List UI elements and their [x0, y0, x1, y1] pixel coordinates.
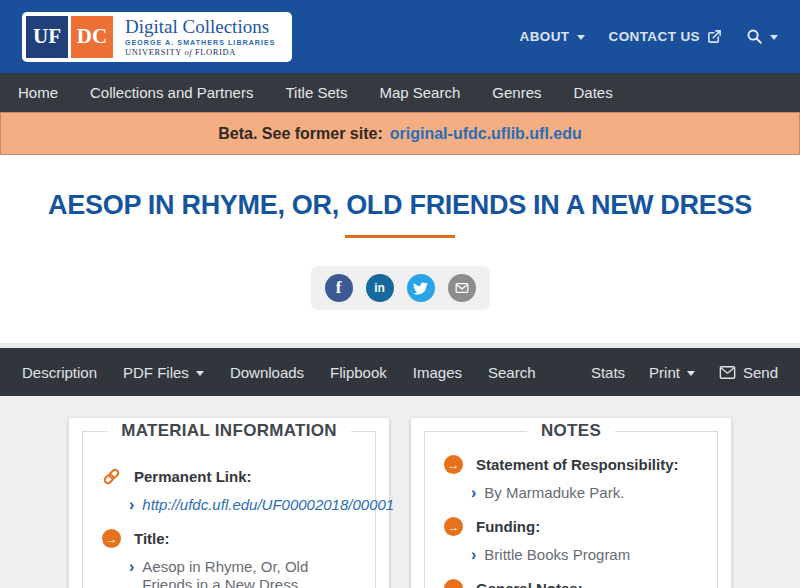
material-information-panel: MATERIAL INFORMATION — [69, 418, 389, 588]
tab-downloads[interactable]: Downloads — [230, 364, 304, 381]
about-menu[interactable]: ABOUT — [520, 29, 585, 44]
external-link-icon — [707, 29, 722, 44]
beta-banner: Beta. See former site: original-ufdc.ufl… — [0, 112, 800, 155]
twitter-share-button[interactable] — [407, 274, 435, 302]
email-share-button[interactable] — [448, 274, 476, 302]
link-icon — [102, 467, 121, 486]
header-menu: ABOUT CONTACT US — [520, 28, 779, 45]
logo-university: UNIVERSITY of FLORIDA — [125, 47, 276, 57]
permanent-link-url[interactable]: http://ufdc.ufl.edu/UF00002018/00001 — [142, 496, 394, 514]
metadata-entry-funding: → Funding: Brittle Books Program — [444, 517, 699, 564]
entry-label: General Notes: — [476, 580, 583, 588]
tab-flipbook[interactable]: Flipbook — [330, 364, 387, 381]
chevron-down-icon — [196, 371, 204, 376]
metadata-entry-statement-of-responsibility: → Statement of Responsibility: By Marmad… — [444, 455, 699, 502]
uf-logo-block: UF — [26, 16, 68, 58]
main-navigation: Home Collections and Partners Title Sets… — [0, 73, 800, 112]
chevron-right-icon — [471, 484, 476, 502]
logo-subtitle: GEORGE A. SMATHERS LIBRARIES — [125, 39, 276, 46]
contact-us-link[interactable]: CONTACT US — [609, 29, 723, 44]
tab-images[interactable]: Images — [413, 364, 462, 381]
title-divider — [345, 235, 455, 238]
ufdc-item-page: UF DC Digital Collections GEORGE A. SMAT… — [0, 0, 800, 588]
search-icon — [746, 28, 763, 45]
metadata-entry-permanent-link: Permanent Link: http://ufdc.ufl.edu/UF00… — [102, 467, 357, 514]
linkedin-icon: in — [374, 281, 385, 295]
nav-item-collections-and-partners[interactable]: Collections and Partners — [74, 73, 269, 112]
linkedin-share-button[interactable]: in — [366, 274, 394, 302]
arrow-right-circle-icon: → — [444, 579, 463, 588]
toolbar-left-group: Description PDF Files Downloads Flipbook… — [22, 364, 536, 381]
tab-description[interactable]: Description — [22, 364, 97, 381]
item-header: AESOP IN RHYME, OR, OLD FRIENDS IN A NEW… — [0, 155, 800, 343]
arrow-right-circle-icon: → — [102, 529, 121, 548]
stats-button[interactable]: Stats — [591, 364, 625, 381]
facebook-icon: f — [336, 278, 342, 298]
toolbar-right-group: Stats Print Send — [591, 364, 778, 381]
panel-heading-material-information: MATERIAL INFORMATION — [107, 421, 351, 441]
mail-icon — [455, 281, 469, 295]
entry-label: Permanent Link: — [134, 468, 252, 485]
chevron-right-icon — [471, 546, 476, 564]
site-header: UF DC Digital Collections GEORGE A. SMAT… — [0, 0, 800, 73]
tab-search[interactable]: Search — [488, 364, 536, 381]
entry-value: Brittle Books Program — [484, 546, 630, 564]
arrow-right-circle-icon: → — [444, 517, 463, 536]
print-menu[interactable]: Print — [649, 364, 695, 381]
item-toolbar: Description PDF Files Downloads Flipbook… — [0, 348, 800, 396]
search-toggle[interactable] — [746, 28, 778, 45]
nav-item-genres[interactable]: Genres — [476, 73, 557, 112]
entry-label: Funding: — [476, 518, 540, 535]
beta-banner-text: Beta. See former site: — [218, 125, 383, 143]
tab-pdf-files[interactable]: PDF Files — [123, 364, 204, 381]
former-site-link[interactable]: original-ufdc.uflib.ufl.edu — [390, 125, 582, 143]
nav-item-dates[interactable]: Dates — [557, 73, 628, 112]
entry-value: By Marmaduke Park. — [484, 484, 624, 502]
entry-label: Title: — [134, 530, 170, 547]
chevron-down-icon — [687, 371, 695, 376]
chevron-down-icon — [577, 35, 585, 40]
nav-item-home[interactable]: Home — [2, 73, 74, 112]
metadata-entry-general-notes: → General Notes: — [444, 579, 699, 588]
facebook-share-button[interactable]: f — [325, 274, 353, 302]
share-bar: f in — [311, 266, 490, 310]
logo-text: Digital Collections GEORGE A. SMATHERS L… — [116, 16, 288, 58]
dc-logo-block: DC — [71, 16, 113, 58]
ufdc-logo[interactable]: UF DC Digital Collections GEORGE A. SMAT… — [22, 12, 292, 62]
entry-label: Statement of Responsibility: — [476, 456, 679, 473]
nav-item-map-search[interactable]: Map Search — [363, 73, 476, 112]
logo-title: Digital Collections — [125, 17, 276, 37]
send-button[interactable]: Send — [719, 364, 778, 381]
nav-item-title-sets[interactable]: Title Sets — [269, 73, 363, 112]
panel-heading-notes: NOTES — [527, 421, 615, 441]
mail-icon — [719, 365, 736, 380]
entry-value: Aesop in Rhyme, Or, Old Friends in a New… — [142, 558, 357, 588]
chevron-down-icon — [770, 35, 778, 40]
page-title: AESOP IN RHYME, OR, OLD FRIENDS IN A NEW… — [0, 189, 800, 221]
metadata-entry-title: → Title: Aesop in Rhyme, Or, Old Friends… — [102, 529, 357, 588]
arrow-right-circle-icon: → — [444, 455, 463, 474]
metadata-panels: MATERIAL INFORMATION — [0, 396, 800, 588]
chevron-right-icon — [129, 496, 134, 514]
chevron-right-icon — [129, 558, 134, 576]
twitter-icon — [413, 281, 428, 296]
notes-panel: NOTES → Statement of Responsibility: By … — [411, 418, 731, 588]
